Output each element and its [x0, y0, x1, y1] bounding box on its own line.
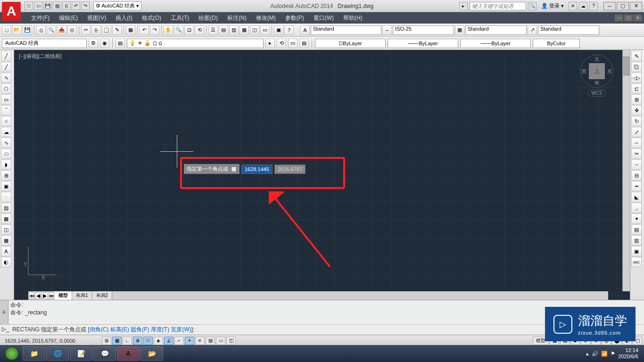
dimstyle-icon[interactable]: ↔ — [382, 25, 392, 35]
exchange-icon[interactable]: ✕ — [569, 2, 577, 10]
menu-dimension[interactable]: 标注(N) — [223, 12, 251, 24]
menu-draw[interactable]: 绘图(D) — [194, 12, 223, 24]
workspace-combo[interactable]: AutoCAD 经典 — [2, 39, 87, 48]
viewcube-west[interactable]: 西 — [582, 68, 586, 75]
dcenter-icon[interactable]: ▤ — [219, 25, 228, 35]
markup-icon[interactable]: ◫ — [250, 25, 259, 35]
sign-in-button[interactable]: 👤 登录 ▾ — [538, 2, 567, 10]
makeblock-icon[interactable]: ▣ — [1, 181, 11, 191]
tab-model[interactable]: 模型 — [55, 291, 72, 300]
viewcube-south[interactable]: 南 — [594, 80, 599, 86]
help2-icon[interactable]: ? — [284, 25, 294, 35]
point-icon[interactable]: ∙ — [1, 192, 11, 202]
pline-icon[interactable]: ∿ — [1, 73, 11, 83]
textstyle-icon[interactable]: A — [300, 25, 310, 35]
new-icon[interactable]: □ — [25, 1, 33, 10]
task-wechat-icon[interactable]: 💬 — [93, 346, 116, 361]
menu-parametric[interactable]: 参数(P) — [281, 12, 309, 24]
table-icon[interactable]: ▦ — [1, 235, 11, 246]
task-chrome-icon[interactable]: 🌐 — [46, 346, 69, 361]
layer-state-icon[interactable]: ▸ — [265, 39, 275, 48]
otrack-toggle[interactable]: ∠ — [164, 337, 173, 345]
lwt-toggle[interactable]: ≡ — [195, 337, 205, 345]
polar-toggle[interactable]: ⊕ — [133, 337, 142, 345]
copy2-icon[interactable]: ⿻ — [631, 62, 642, 72]
tab-prev-icon[interactable]: ◀ — [35, 292, 41, 299]
circle-icon[interactable]: ○ — [1, 116, 11, 126]
menu-window[interactable]: 窗口(W) — [309, 12, 339, 24]
coordinates-readout[interactable]: 1628.1445, 2015.6797, 0.0000 — [2, 338, 101, 344]
tray-volume-icon[interactable]: 📶 — [601, 351, 608, 357]
ellipsearc-icon[interactable]: ◗ — [1, 159, 11, 170]
gradient-icon[interactable]: ▦ — [1, 214, 11, 224]
open-icon[interactable]: ▭ — [34, 1, 42, 10]
draworder-icon[interactable]: ▥ — [631, 235, 642, 246]
start-button[interactable] — [2, 346, 22, 361]
spline-icon[interactable]: ∿ — [1, 138, 11, 148]
tab-layout1[interactable]: 布局1 — [72, 291, 92, 300]
workspace-selector[interactable]: ⚙ AutoCAD 经典 ▾ — [93, 1, 141, 10]
sc-toggle[interactable]: ◫ — [226, 337, 236, 345]
color-selector[interactable]: ◻ ByLayer — [315, 39, 386, 48]
menu-tools[interactable]: 工具(T) — [166, 12, 194, 24]
dyn-toggle[interactable]: + — [185, 337, 194, 345]
saveas-icon[interactable]: ▤ — [53, 1, 61, 10]
layer-manager-icon[interactable]: ▤ — [116, 39, 125, 48]
workspace-toggle-icon[interactable]: ◉ — [100, 39, 109, 48]
open2-icon[interactable]: 📂 — [12, 25, 22, 35]
view-cube[interactable]: 北 南 东 西 上 WCS — [578, 55, 616, 102]
vertical-scrollbar[interactable] — [622, 50, 630, 291]
block-icon[interactable]: ▦ — [126, 25, 135, 35]
match-icon[interactable]: ✎ — [112, 25, 122, 35]
layer-selector[interactable]: 💡 ☀ 🔓 ◻ 0 — [127, 39, 264, 48]
system-tray[interactable]: ▴ 🔊 📶 ⚑ 12:14 2020/6/6 — [586, 347, 642, 360]
fillet-icon[interactable]: ◞ — [631, 203, 642, 213]
tray-clock[interactable]: 12:14 2020/6/6 — [618, 347, 638, 360]
menu-format[interactable]: 格式(O) — [137, 12, 166, 24]
grid-toggle[interactable]: ▦ — [112, 337, 122, 345]
chamfer-icon[interactable]: ◣ — [631, 192, 642, 202]
explode-icon[interactable]: ✦ — [631, 214, 642, 224]
task-explorer-icon[interactable]: 📁 — [23, 346, 45, 361]
join-icon[interactable]: ━ — [631, 181, 642, 191]
sheetset-icon[interactable]: ▦ — [239, 25, 249, 35]
xline-icon[interactable]: ╱ — [1, 62, 11, 72]
maximize-button[interactable]: ▢ — [617, 2, 629, 10]
publish-icon[interactable]: 📤 — [57, 25, 66, 35]
tray-show-hidden-icon[interactable]: ▴ — [586, 351, 589, 357]
workspace-settings-icon[interactable]: ⚙ — [89, 39, 98, 48]
viewport-label[interactable]: [−][俯视][二维线框] — [19, 53, 62, 60]
cloud-icon[interactable]: ☁ — [579, 2, 587, 10]
isolate-icon[interactable]: ▣ — [631, 246, 642, 256]
layer-tools-icon[interactable]: ▤ — [299, 39, 309, 48]
menu-insert[interactable]: 插入(I) — [111, 12, 137, 24]
extend-icon[interactable]: → — [631, 159, 642, 170]
rectangle-icon[interactable]: ▭ — [1, 94, 11, 105]
doc-restore[interactable]: ▢ — [624, 15, 633, 21]
ellipse-icon[interactable]: ⬭ — [1, 148, 11, 159]
viewcube-north[interactable]: 北 — [594, 56, 599, 63]
undo-icon[interactable]: ↶ — [72, 1, 80, 10]
cmd-grip-icon[interactable]: ⠿ — [0, 300, 8, 324]
tpy-toggle[interactable]: ▤ — [206, 337, 215, 345]
qnew-icon[interactable]: □ — [2, 25, 11, 35]
mleader-style-selector[interactable]: Standard — [538, 25, 599, 35]
cleanscreen-icon[interactable]: ▣ — [274, 25, 283, 35]
preview-icon[interactable]: 🔍 — [47, 25, 56, 35]
zoomp-icon[interactable]: ⟲ — [195, 25, 204, 35]
redo-icon[interactable]: ↷ — [81, 1, 90, 10]
tab-next-icon[interactable]: ▶ — [41, 292, 48, 299]
layer-prev-icon[interactable]: ⟲ — [277, 39, 286, 48]
toolpal-icon[interactable]: ▥ — [229, 25, 239, 35]
text-style-selector[interactable]: Standard — [311, 25, 381, 35]
copy-icon[interactable]: ⎘ — [91, 25, 101, 35]
close-button[interactable]: ✕ — [630, 2, 642, 10]
qcalc-icon[interactable]: ▭ — [260, 25, 270, 35]
revcloud-icon[interactable]: ☁ — [1, 127, 11, 137]
erase-icon[interactable]: ✎ — [631, 51, 642, 61]
array-icon[interactable]: ⊞ — [631, 94, 642, 105]
dynamic-x-input[interactable]: 1628.1445 — [241, 165, 272, 174]
osnap-toggle[interactable]: □ — [143, 337, 153, 345]
viewcube-top[interactable]: 上 — [589, 63, 605, 79]
scale-icon[interactable]: ⤢ — [631, 127, 642, 137]
